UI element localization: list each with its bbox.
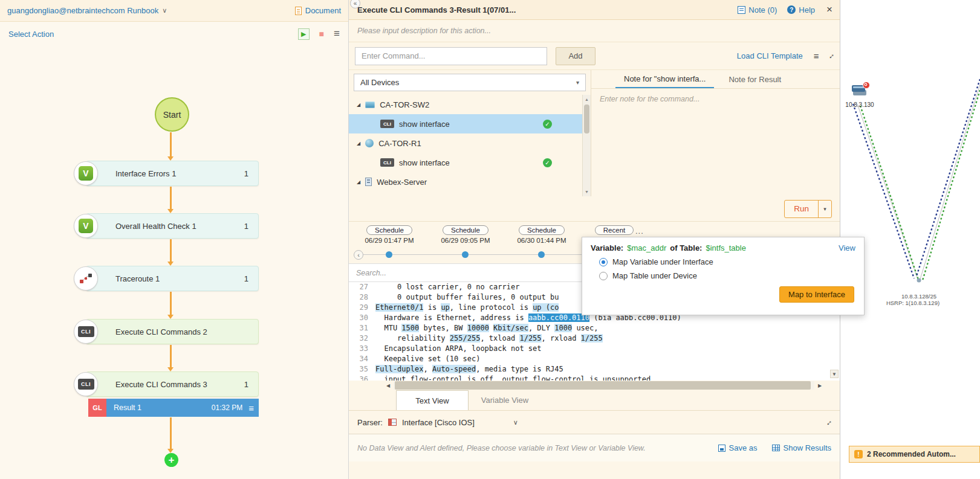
header-actions: Note (0) ? Help ×	[732, 4, 832, 16]
tree-command-show-interface-r1[interactable]: CLI show interface ✓	[349, 153, 582, 172]
timeline-dot[interactable]	[538, 251, 545, 258]
runbook-title-dropdown[interactable]: guangdongliao@netbraintechcom Runbook ∨	[7, 6, 167, 15]
runbook-menu-icon[interactable]: ≡	[334, 28, 340, 40]
flow-node-cli-commands-3[interactable]: Execute CLI Commands 3 1 CLI	[74, 371, 259, 397]
highlighted-token[interactable]: 1/255	[581, 334, 603, 342]
help-button[interactable]: ? Help	[787, 5, 815, 14]
add-command-button[interactable]: Add	[556, 47, 595, 65]
map-to-interface-button[interactable]: Map to Interface	[779, 286, 854, 303]
scrollbar-thumb[interactable]	[584, 104, 589, 133]
result-menu-icon[interactable]: ≡	[248, 403, 254, 413]
highlighted-token[interactable]: Ethernet0/1	[375, 303, 423, 312]
flow-node-overall-health[interactable]: Overall Health Check 1 1 V	[74, 213, 259, 239]
view-link[interactable]: View	[839, 243, 855, 252]
line-text: reliability 255/255, txload 1/255, rxloa…	[375, 333, 603, 344]
close-icon[interactable]: ×	[826, 4, 832, 16]
document-icon	[295, 7, 302, 15]
note-label: Note (0)	[748, 5, 777, 14]
traceroute-icon	[74, 266, 98, 291]
scroll-right-icon[interactable]: ▶	[816, 381, 824, 390]
selected-variable-token[interactable]: aabb.cc00.0110	[528, 313, 589, 322]
timeline-dot[interactable]	[462, 251, 469, 258]
document-link[interactable]: Document	[295, 6, 341, 15]
tree-expander-icon[interactable]: ◢	[357, 141, 360, 146]
expand-icon[interactable]: ↕	[825, 417, 834, 426]
highlighted-token[interactable]: 1/255	[519, 334, 541, 342]
highlighted-token[interactable]: Full-duplex	[375, 365, 423, 373]
timeline-schedule-pill[interactable]: Schedule	[366, 225, 412, 235]
line-text: Ethernet0/1 is up, line protocol is up (…	[375, 303, 559, 313]
highlighted-token[interactable]: up (co	[533, 303, 559, 312]
note-textarea[interactable]	[591, 89, 840, 196]
device-list-scrollbar[interactable]: ▲ ▼	[582, 95, 591, 196]
tree-device-ca-tor-r1[interactable]: ◢ CA-TOR-R1	[349, 133, 582, 153]
load-cli-template-link[interactable]: Load CLI Template	[737, 51, 803, 60]
show-results-button[interactable]: Show Results	[772, 443, 831, 452]
tree-expander-icon[interactable]: ◢	[357, 102, 360, 108]
parser-label: Parser:	[357, 418, 383, 427]
scrollbar-thumb[interactable]	[395, 381, 811, 390]
run-button[interactable]: Run ▾	[784, 200, 832, 218]
highlighted-token[interactable]: 10000	[467, 324, 489, 332]
tree-command-show-interface-sw2[interactable]: CLI show interface ✓	[349, 114, 582, 133]
select-action-link[interactable]: Select Action	[8, 30, 54, 39]
scroll-left-icon[interactable]: ◀	[384, 381, 392, 390]
option-label: Map Table under Device	[612, 271, 697, 280]
add-action-button[interactable]: +	[164, 453, 178, 467]
parser-value[interactable]: Interface [Cisco IOS]	[402, 418, 475, 427]
line-number: 32	[349, 333, 375, 344]
option-map-table-under-device[interactable]: Map Table under Device	[582, 269, 864, 283]
option-map-variable-under-interface[interactable]: Map Variable under Interface	[582, 255, 864, 269]
radio-unselected-icon[interactable]	[599, 272, 608, 280]
timeline-schedule-pill[interactable]: Schedule	[519, 225, 565, 235]
highlighted-token[interactable]: Kbit/sec	[493, 324, 528, 332]
timeline-schedule-pill[interactable]: Schedule	[443, 225, 488, 235]
flow-node-traceroute[interactable]: Traceroute 1 1	[74, 266, 259, 291]
map-device-node[interactable]: 10.8.3.130	[845, 81, 874, 108]
timeline-back-icon[interactable]: ‹	[354, 250, 363, 260]
tab-variable-view[interactable]: Variable View	[469, 390, 541, 410]
device-filter-dropdown[interactable]: All Devices ▾	[354, 74, 586, 91]
timeline-recent-pill[interactable]: Recent	[595, 225, 634, 235]
scroll-down-icon[interactable]: ▼	[583, 188, 591, 196]
run-label: Run	[785, 201, 818, 217]
highlighted-token[interactable]: 255/255	[450, 334, 481, 342]
tree-expander-icon[interactable]: ◢	[357, 179, 360, 185]
save-as-button[interactable]: Save as	[718, 443, 758, 452]
action-header: Execute CLI Commands 3-Result 1(07/01...…	[349, 0, 840, 20]
timeline-dot[interactable]	[386, 251, 392, 258]
radio-selected-icon[interactable]	[599, 258, 608, 266]
tree-device-ca-tor-sw2[interactable]: ◢ CA-TOR-SW2	[349, 95, 582, 114]
variable-label: Variable:	[591, 243, 623, 252]
tab-note-for-command[interactable]: Note for "show interfa...	[615, 70, 714, 88]
timeline-more-indicator[interactable]: ...	[635, 227, 644, 236]
flow-start-node[interactable]: Start	[155, 97, 189, 132]
success-check-icon: ✓	[543, 120, 552, 129]
tab-note-for-result[interactable]: Note for Result	[720, 70, 790, 88]
recommended-automation-toast[interactable]: ! 2 Recommended Autom...	[849, 446, 980, 463]
flow-node-interface-errors[interactable]: Interface Errors 1 1 V	[74, 161, 259, 186]
note-button[interactable]: Note (0)	[738, 5, 777, 14]
run-options-caret-icon[interactable]: ▾	[818, 201, 831, 217]
highlighted-token[interactable]: up	[441, 303, 449, 312]
scrollbar-track[interactable]	[394, 381, 814, 390]
run-all-icon[interactable]: ▶	[298, 28, 310, 40]
result-row-selected[interactable]: GL Result 1 01:32 PM ≡	[88, 399, 259, 417]
command-input[interactable]	[355, 47, 547, 65]
scroll-up-icon[interactable]: ▲	[583, 95, 591, 103]
action-description-input[interactable]: Please input description for this action…	[349, 20, 840, 42]
flow-node-cli-commands-2[interactable]: Execute CLI Commands 2 CLI	[74, 319, 259, 344]
highlighted-token[interactable]: 1000	[554, 324, 572, 332]
tree-device-webex-server[interactable]: ◢ Webex-Server	[349, 172, 582, 191]
stop-icon[interactable]: ■	[319, 29, 324, 39]
parser-icon	[388, 419, 397, 426]
scroll-down-icon[interactable]: ▼	[830, 370, 839, 378]
code-line: 33 Encapsulation ARPA, loopback not set	[349, 344, 840, 354]
collapse-section-icon[interactable]: ↕	[827, 51, 836, 60]
tab-text-view[interactable]: Text View	[396, 390, 469, 410]
horizontal-scrollbar[interactable]: ◀ ▶	[349, 381, 840, 390]
highlighted-token[interactable]: Auto-speed	[432, 365, 476, 373]
highlighted-token[interactable]: 1500	[401, 324, 419, 332]
command-menu-icon[interactable]: ≡	[814, 51, 819, 61]
chevron-down-icon[interactable]: ∨	[513, 419, 518, 426]
